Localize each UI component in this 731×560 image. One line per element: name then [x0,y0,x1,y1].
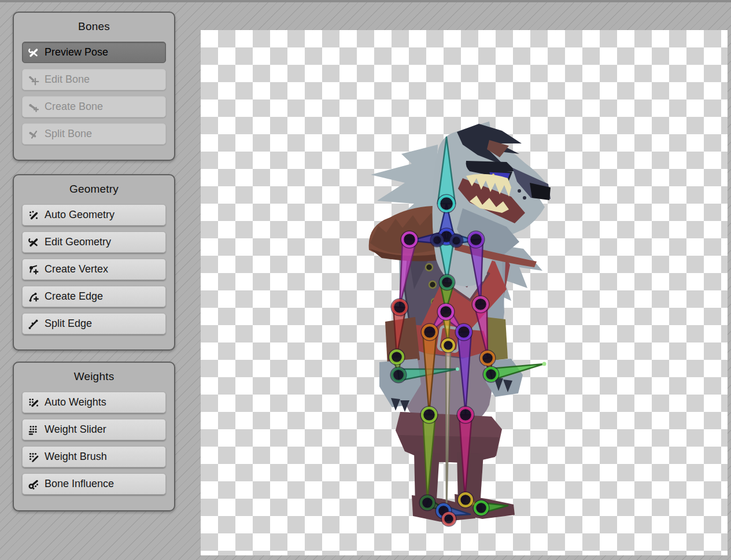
tool-button-label: Preview Pose [45,46,108,58]
create-edge-icon [28,291,39,303]
tool-button-create-vertex[interactable]: Create Vertex [22,259,166,280]
split-edge-icon [28,318,39,330]
tool-button-create-edge[interactable]: Create Edge [22,286,166,307]
tool-button-create-bone: Create Bone [22,96,166,117]
tool-button-label: Auto Weights [45,396,106,408]
tool-button-bone-influence[interactable]: Bone Influence [22,473,166,495]
create-vertex-icon [28,264,39,275]
tool-button-edit-geometry[interactable]: Edit Geometry [22,231,166,253]
tool-button-label: Weight Brush [45,451,107,463]
tool-button-label: Split Bone [45,128,92,140]
tool-button-split-edge[interactable]: Split Edge [22,313,166,334]
tool-button-split-bone: Split Bone [22,123,166,145]
panel-geometry: GeometryAuto GeometryEdit GeometryCreate… [13,174,175,351]
tool-button-label: Split Edge [45,318,92,330]
tool-button-label: Edit Bone [45,73,90,86]
tool-button-preview-pose[interactable]: Preview Pose [22,42,166,63]
panel-title-bones: Bones [14,20,174,33]
panel-title-geometry: Geometry [14,183,174,196]
edit-bone-icon [28,74,39,86]
auto-weights-icon [28,397,39,408]
auto-geometry-icon [28,209,39,221]
panel-title-weights: Weights [14,370,174,383]
tool-button-weight-brush[interactable]: Weight Brush [22,446,166,467]
create-bone-icon [28,101,39,113]
tool-button-label: Create Bone [45,101,103,113]
edit-geometry-icon [28,237,39,248]
tool-button-edit-bone: Edit Bone [22,69,166,90]
tool-button-label: Create Vertex [45,263,108,275]
tool-button-label: Weight Slider [45,423,106,436]
tool-button-label: Create Edge [45,290,103,303]
split-bone-icon [28,128,39,140]
weight-brush-icon [28,451,39,463]
tool-button-weight-slider[interactable]: Weight Slider [22,419,166,440]
tool-button-auto-geometry[interactable]: Auto Geometry [22,204,166,226]
preview-pose-icon [28,47,39,58]
tool-button-label: Edit Geometry [45,236,111,248]
tool-button-auto-weights[interactable]: Auto Weights [22,392,166,413]
panel-bones: BonesPreview PoseEdit BoneCreate BoneSpl… [13,12,175,161]
skinning-editor-window: BonesPreview PoseEdit BoneCreate BoneSpl… [0,0,731,560]
bone-influence-icon [28,478,39,490]
tool-button-label: Bone Influence [45,478,114,490]
weight-slider-icon [28,424,39,436]
panel-weights: WeightsAuto WeightsWeight SliderWeight B… [13,362,175,511]
tool-button-label: Auto Geometry [45,209,115,221]
sprite-canvas[interactable] [201,30,728,555]
window-top-edge [0,0,731,2]
